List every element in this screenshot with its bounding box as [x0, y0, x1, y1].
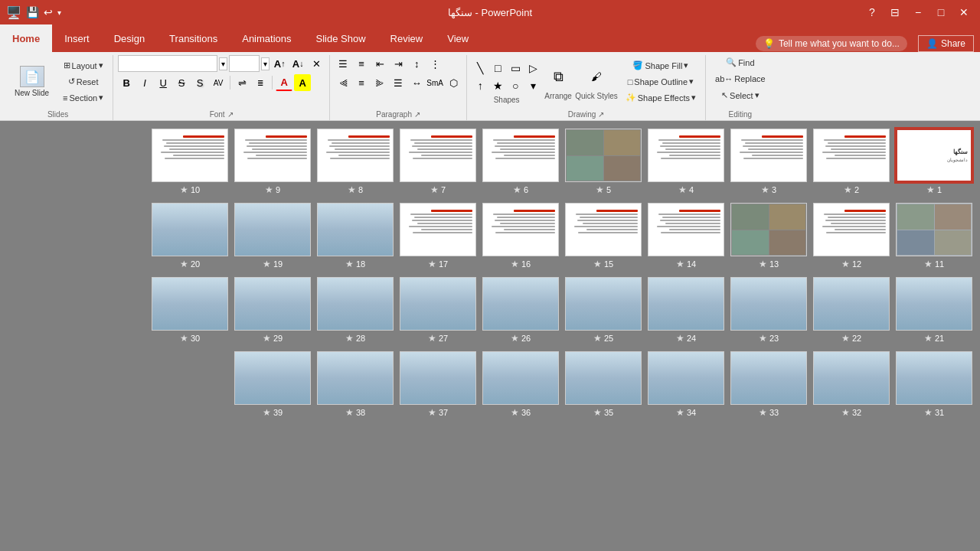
shape-effects-button[interactable]: ✨ Shape Effects ▾	[621, 90, 701, 105]
strikethrough-button[interactable]: S	[173, 74, 190, 91]
tab-transitions[interactable]: Transitions	[157, 24, 230, 52]
share-button[interactable]: 👤 Share	[918, 35, 974, 52]
tab-review[interactable]: Review	[378, 24, 436, 52]
slide-thumb[interactable]: ★37	[400, 351, 476, 418]
increase-indent-button[interactable]: ⇥	[390, 55, 407, 72]
slide-thumb[interactable]: ★30	[152, 277, 228, 344]
maximize-button[interactable]: □	[931, 5, 951, 20]
columns-para-button[interactable]: ⋮	[426, 55, 443, 72]
close-button[interactable]: ✕	[954, 5, 974, 20]
shadow-button[interactable]: S	[191, 74, 208, 91]
tell-me-box[interactable]: 💡 Tell me what you want to do...	[756, 36, 907, 51]
shapes-more[interactable]: ▾	[524, 77, 541, 94]
quick-access-undo[interactable]: ↩	[44, 6, 53, 18]
drawing-expand-button[interactable]: ↗	[598, 110, 604, 119]
justify-button[interactable]: ☰	[390, 74, 407, 91]
decrease-font-button[interactable]: A↓	[289, 55, 306, 72]
quick-access-dropdown[interactable]: ▾	[57, 8, 61, 17]
shape-fill-dropdown[interactable]: ▾	[684, 60, 688, 70]
slide-thumb[interactable]: ★39	[234, 351, 311, 418]
slide-thumb[interactable]: ★19	[234, 203, 311, 269]
ribbon-toggle[interactable]: ⊟	[885, 5, 905, 20]
shape-line[interactable]: ╲	[472, 60, 488, 77]
decrease-indent-button[interactable]: ⇤	[371, 55, 388, 72]
arrange-button[interactable]: ⧉	[544, 63, 572, 90]
slide-thumb[interactable]: ★12	[813, 203, 890, 269]
smartart-button[interactable]: SmA	[426, 74, 443, 91]
slide-thumb[interactable]: ★7	[400, 129, 476, 195]
quick-access-save[interactable]: 💾	[26, 6, 39, 18]
slide-thumb[interactable]: ★29	[234, 277, 311, 344]
tab-animations[interactable]: Animations	[230, 24, 303, 52]
line-spacing-button[interactable]: ↕	[408, 55, 425, 72]
align-center-button[interactable]: ≡	[353, 74, 370, 91]
shape-outline-button[interactable]: □ Shape Outline ▾	[621, 74, 701, 89]
tab-home[interactable]: Home	[0, 24, 52, 52]
slide-thumb[interactable]: ★17	[400, 203, 476, 269]
find-button[interactable]: 🔍 Find	[721, 55, 759, 70]
font-name-input[interactable]	[118, 55, 217, 72]
slide-thumb[interactable]: سنگهادانشجویان★1	[896, 129, 972, 195]
reset-button[interactable]: ↺ Reset	[58, 74, 108, 89]
bullets-button[interactable]: ☰	[335, 55, 351, 72]
minimize-button[interactable]: −	[908, 5, 928, 20]
font-size-dropdown[interactable]: ▾	[261, 57, 270, 70]
shape-roundrect[interactable]: ▭	[507, 60, 524, 77]
bold-button[interactable]: B	[118, 74, 135, 91]
numbering-button[interactable]: ≡	[353, 55, 370, 72]
shape-fill-button[interactable]: 🪣 Shape Fill ▾	[621, 58, 701, 73]
slide-thumb[interactable]: ★33	[730, 351, 807, 418]
slide-thumb[interactable]: ★10	[152, 129, 228, 195]
replace-button[interactable]: ab↔ Replace	[710, 72, 770, 86]
shape-up-arrow[interactable]: ↑	[472, 77, 488, 94]
shape-effects-dropdown[interactable]: ▾	[691, 93, 696, 103]
tab-insert[interactable]: Insert	[52, 24, 102, 52]
slide-thumb[interactable]: ★13	[730, 203, 807, 269]
slide-thumb[interactable]: ★3	[730, 129, 807, 195]
convert-smartart-button[interactable]: ⬡	[445, 74, 462, 91]
slide-thumb[interactable]: ★38	[317, 351, 394, 418]
align-left-button[interactable]: ⫷	[335, 74, 351, 91]
slide-thumb[interactable]: ★15	[565, 203, 642, 269]
slide-thumb[interactable]: ★28	[317, 277, 394, 344]
slide-thumb[interactable]: ★32	[813, 351, 890, 418]
slide-thumb[interactable]: ★8	[317, 129, 394, 195]
tab-slideshow[interactable]: Slide Show	[304, 24, 378, 52]
select-dropdown[interactable]: ▾	[755, 90, 760, 100]
font-name-dropdown[interactable]: ▾	[219, 57, 227, 70]
slide-thumb[interactable]: ★24	[648, 277, 724, 344]
slide-thumb[interactable]: ★5	[565, 129, 642, 195]
slide-thumb[interactable]: ★35	[565, 351, 642, 418]
slide-thumb[interactable]: ★9	[234, 129, 311, 195]
text-direction-button[interactable]: ⇌	[234, 74, 250, 91]
slide-thumb[interactable]: ★22	[813, 277, 890, 344]
slide-thumb[interactable]: ★4	[648, 129, 724, 195]
slide-thumb[interactable]: ★6	[482, 129, 559, 195]
slide-thumb[interactable]: ★36	[482, 351, 559, 418]
slide-thumb[interactable]: ★26	[482, 277, 559, 344]
shape-oval[interactable]: ○	[507, 77, 524, 94]
slide-thumb[interactable]: ★20	[152, 203, 228, 269]
quick-styles-button[interactable]: 🖌	[581, 63, 612, 90]
slide-thumb[interactable]: ★23	[730, 277, 807, 344]
italic-button[interactable]: I	[136, 74, 153, 91]
align-right-button[interactable]: ⫸	[371, 74, 388, 91]
slide-thumb[interactable]: ★34	[648, 351, 724, 418]
slide-thumb[interactable]: ★16	[482, 203, 559, 269]
paragraph-expand-button[interactable]: ↗	[414, 110, 420, 119]
slide-thumb[interactable]: ★27	[400, 277, 476, 344]
shape-rect[interactable]: □	[489, 60, 506, 77]
tab-design[interactable]: Design	[102, 24, 157, 52]
slide-thumb[interactable]: ★25	[565, 277, 642, 344]
increase-font-button[interactable]: A↑	[271, 55, 288, 72]
select-button[interactable]: ↖ Select ▾	[717, 88, 764, 103]
shape-arrow[interactable]: ▷	[524, 60, 541, 77]
shape-star[interactable]: ★	[489, 77, 506, 94]
slide-thumb[interactable]: ★2	[813, 129, 890, 195]
columns-button[interactable]: ≣	[252, 74, 269, 91]
tab-view[interactable]: View	[435, 24, 481, 52]
slide-thumb[interactable]: ★18	[317, 203, 394, 269]
font-expand-button[interactable]: ↗	[227, 110, 234, 119]
slide-thumb[interactable]: ★21	[896, 277, 972, 344]
help-button[interactable]: ?	[862, 5, 882, 20]
